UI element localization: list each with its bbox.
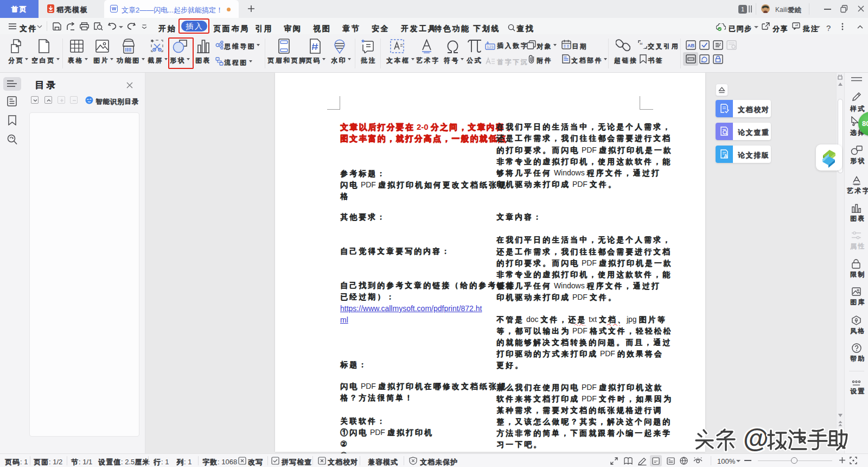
svg-text:„: „ — [643, 42, 646, 49]
svg-text:AB: AB — [687, 43, 694, 48]
svg-text:@: @ — [743, 424, 769, 453]
svg-text:123: 123 — [487, 45, 494, 49]
